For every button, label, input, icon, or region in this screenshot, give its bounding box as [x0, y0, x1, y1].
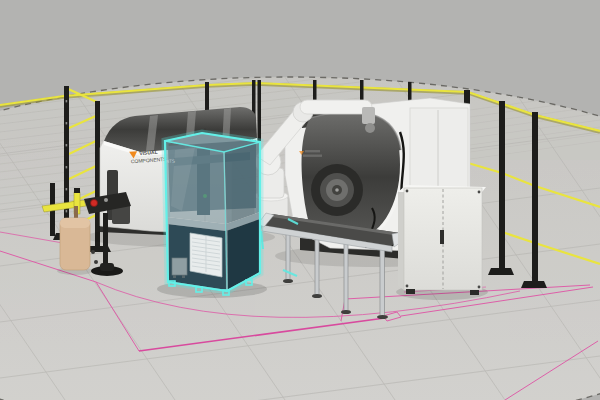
logo-text-line1: VISUAL [139, 149, 158, 156]
robot-wrist [362, 107, 375, 124]
control-cabinet[interactable] [396, 185, 488, 300]
logo-through-glass: NTS [166, 159, 175, 164]
selected-enclosed-machine[interactable]: NTS [157, 133, 267, 298]
robot-forearm [300, 100, 372, 114]
3d-viewport[interactable]: VISUAL COMPONENTS [0, 0, 600, 400]
estop-button[interactable] [91, 200, 98, 207]
small-control-box [172, 258, 187, 275]
cabinet-handle[interactable] [440, 230, 444, 244]
